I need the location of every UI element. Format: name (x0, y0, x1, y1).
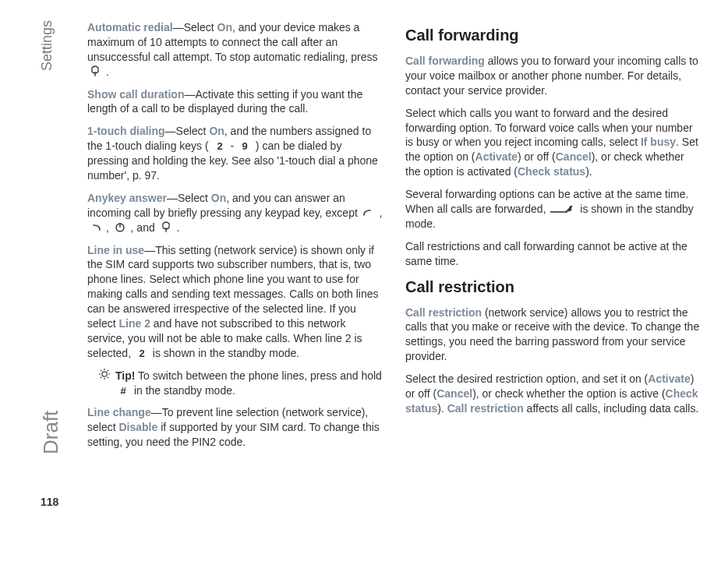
para-one-touch: 1-touch dialing—Select On, and the numbe… (87, 124, 383, 183)
para-show-duration: Show call duration—Activate this setting… (87, 87, 383, 117)
opt-if-busy: If busy (641, 136, 676, 148)
heading-call-restriction: Call restriction (405, 277, 701, 298)
opt-cancel: Cancel (556, 150, 592, 163)
para-line-change: Line change—To prevent line selection (n… (87, 405, 383, 450)
svg-point-7 (102, 372, 107, 376)
svg-text:2: 2 (139, 348, 144, 359)
key-2-icon: 2 (212, 139, 228, 152)
opt-line2: Line 2 (118, 317, 150, 330)
left-column: Automatic redial—Select On, and your dev… (87, 20, 383, 457)
term-call-restriction: Call restriction (405, 306, 482, 319)
term-auto-redial: Automatic redial (87, 21, 173, 34)
key-9-icon: 9 (237, 139, 253, 152)
line2-indicator-icon: 2 (134, 347, 150, 359)
right-column: Call forwarding Call forwarding allows y… (405, 20, 701, 457)
term-one-touch: 1-touch dialing (87, 125, 165, 137)
svg-line-12 (101, 370, 101, 371)
page-number: 118 (41, 496, 58, 508)
section-tab-label: Settings (39, 20, 55, 71)
draft-label: Draft (39, 411, 63, 454)
power-key-icon (112, 221, 128, 234)
svg-text:#: # (120, 385, 126, 397)
para-restrict-options: Select the desired restriction option, a… (405, 372, 701, 416)
para-line-in-use: Line in use—This setting (network servic… (87, 243, 383, 361)
term-line-change: Line change (87, 406, 151, 418)
para-restrict-intro: Call restriction (network service) allow… (405, 305, 701, 365)
para-anykey: Anykey answer—Select On, and you can ans… (87, 191, 383, 235)
tip-label: Tip! (115, 369, 135, 382)
tip-text: Tip! To switch between the phone lines, … (115, 369, 383, 398)
term-anykey: Anykey answer (87, 192, 167, 204)
para-fwd-intro: Call forwarding allows you to forward yo… (405, 54, 701, 98)
hash-key-icon: # (115, 384, 131, 397)
opt-on: On (217, 21, 232, 34)
section-tab: Settings (39, 0, 55, 20)
svg-line-14 (101, 376, 101, 377)
para-fwd-restrict-note: Call restrictions and call forwarding ca… (405, 239, 701, 269)
tip-block: Tip! To switch between the phone lines, … (98, 369, 383, 398)
svg-text:9: 9 (242, 140, 247, 152)
term-call-forwarding: Call forwarding (405, 55, 485, 67)
term-show-duration: Show call duration (87, 88, 184, 101)
opt-check-status: Check status (518, 165, 585, 178)
svg-line-13 (108, 376, 108, 377)
opt-activate: Activate (475, 150, 518, 163)
end-key-icon-2 (158, 221, 174, 234)
svg-text:2: 2 (217, 140, 222, 152)
softkey-right-icon (87, 221, 103, 234)
opt-disable: Disable (118, 421, 157, 433)
tip-bulb-icon (98, 369, 111, 380)
forward-all-icon (549, 204, 577, 215)
term-line-in-use: Line in use (87, 244, 144, 256)
content-columns: Automatic redial—Select On, and your dev… (87, 20, 703, 457)
softkey-left-icon (361, 207, 376, 219)
manual-page: Settings Draft 118 Automatic redial—Sele… (0, 0, 728, 572)
para-auto-redial: Automatic redial—Select On, and your dev… (87, 20, 383, 79)
svg-line-15 (108, 370, 108, 371)
para-fwd-multi: Several forwarding options can be active… (405, 187, 701, 231)
heading-call-forwarding: Call forwarding (405, 25, 701, 46)
draft-watermark: Draft (39, 411, 63, 454)
end-key-icon (87, 65, 103, 78)
para-fwd-options: Select which calls you want to forward a… (405, 106, 701, 179)
